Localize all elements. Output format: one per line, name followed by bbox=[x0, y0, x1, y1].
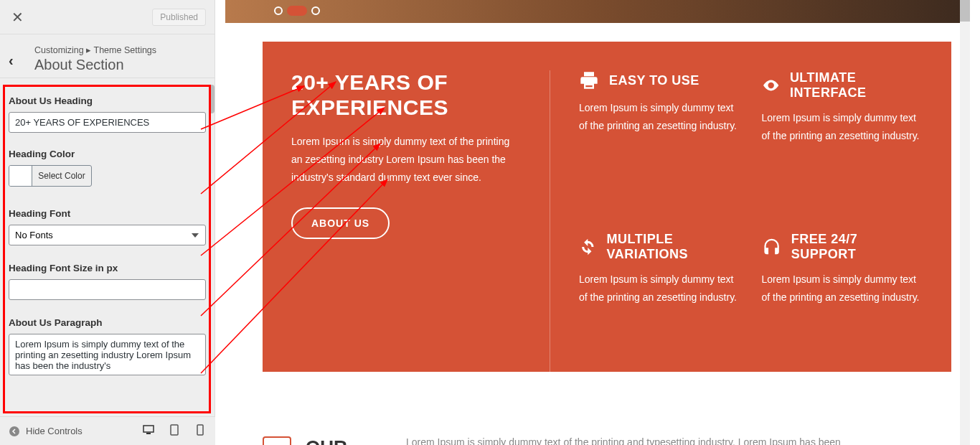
feature-ultimate-interface: ULTIMATE INTERFACE Lorem Ipsum is simply… bbox=[762, 70, 923, 210]
select-color-button[interactable]: Select Color bbox=[32, 166, 91, 186]
desktop-icon[interactable] bbox=[142, 423, 155, 439]
feature-free-support: FREE 24/7 SUPPORT Lorem Ipsum is simply … bbox=[762, 232, 923, 372]
dot-active[interactable] bbox=[287, 6, 307, 16]
customizer-sidebar: ✕ Published ‹ Customizing ▸ Theme Settin… bbox=[0, 0, 215, 445]
font-size-input[interactable] bbox=[9, 279, 206, 300]
our-title: OUR bbox=[306, 436, 392, 445]
refresh-icon bbox=[579, 237, 597, 257]
svg-point-0 bbox=[9, 426, 19, 436]
close-icon[interactable]: ✕ bbox=[9, 9, 26, 26]
heading-font-select[interactable]: No Fonts bbox=[9, 225, 206, 245]
about-us-button[interactable]: ABOUT US bbox=[291, 207, 390, 239]
feature-easy-to-use: EASY TO USE Lorem Ipsum is simply dummy … bbox=[579, 70, 740, 210]
our-section: ≡ OUR Lorem Ipsum is simply dummy text o… bbox=[263, 393, 951, 445]
about-section: 20+ YEARS OF EXPERIENCES Lorem Ipsum is … bbox=[263, 42, 951, 372]
dot-1[interactable] bbox=[274, 6, 283, 15]
feature-multiple-variations: MULTIPLE VARIATIONS Lorem Ipsum is simpl… bbox=[579, 232, 740, 372]
dot-3[interactable] bbox=[311, 6, 320, 15]
preview-scrollbar-track[interactable] bbox=[960, 0, 970, 445]
color-picker[interactable]: Select Color bbox=[9, 165, 92, 187]
svg-point-5 bbox=[769, 84, 772, 87]
sidebar-scrollbar[interactable] bbox=[209, 85, 215, 113]
hero-banner bbox=[225, 0, 960, 23]
about-heading: 20+ YEARS OF EXPERIENCES bbox=[291, 70, 521, 120]
headphones-icon bbox=[762, 237, 781, 257]
heading-font-label: Heading Font bbox=[9, 208, 206, 219]
our-text: Lorem Ipsum is simply dummy text of the … bbox=[406, 436, 841, 445]
svg-rect-4 bbox=[197, 425, 203, 435]
heading-input[interactable] bbox=[9, 112, 206, 133]
color-swatch bbox=[9, 166, 32, 186]
tablet-icon[interactable] bbox=[168, 423, 181, 439]
preview-pane: 20+ YEARS OF EXPERIENCES Lorem Ipsum is … bbox=[215, 0, 970, 445]
form-area: About Us Heading Heading Color Select Co… bbox=[0, 78, 215, 398]
back-icon[interactable]: ‹ bbox=[9, 50, 29, 70]
eye-icon bbox=[762, 75, 780, 95]
our-icon: ≡ bbox=[263, 436, 291, 445]
font-size-label: Heading Font Size in px bbox=[9, 263, 206, 273]
breadcrumb: Customizing ▸ Theme Settings bbox=[34, 44, 156, 55]
svg-rect-3 bbox=[171, 425, 178, 435]
slider-dots[interactable] bbox=[274, 6, 320, 16]
chevron-left-circle-icon bbox=[9, 426, 20, 437]
preview-scrollbar-thumb[interactable] bbox=[960, 0, 970, 22]
paragraph-label: About Us Paragraph bbox=[9, 317, 206, 328]
hide-controls-button[interactable]: Hide Controls bbox=[9, 426, 83, 437]
paragraph-input[interactable] bbox=[9, 334, 206, 375]
printer-icon bbox=[579, 70, 599, 90]
panel-title: About Section bbox=[34, 57, 156, 73]
heading-color-label: Heading Color bbox=[9, 149, 206, 159]
svg-rect-2 bbox=[146, 433, 151, 434]
publish-button[interactable]: Published bbox=[152, 9, 206, 26]
mobile-icon[interactable] bbox=[194, 423, 207, 439]
svg-rect-1 bbox=[143, 426, 154, 432]
about-paragraph: Lorem Ipsum is simply dummy text of the … bbox=[291, 133, 521, 187]
heading-label: About Us Heading bbox=[9, 95, 206, 106]
